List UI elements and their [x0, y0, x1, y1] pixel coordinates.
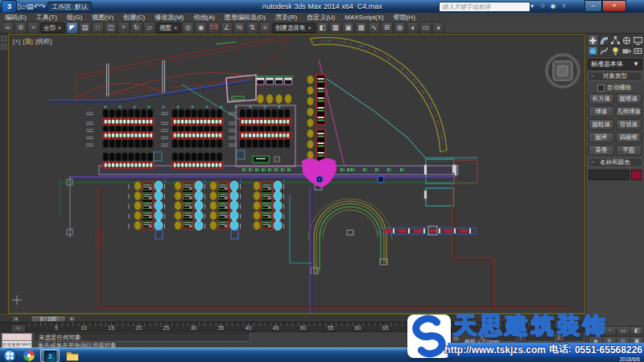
application-menu-button[interactable]: 3: [2, 0, 17, 13]
zoom-icon[interactable]: ⊕: [588, 326, 603, 335]
coord-z-field[interactable]: [565, 333, 584, 342]
isolate-selection-icon[interactable]: ◎: [451, 333, 461, 343]
viewport-shading-label[interactable]: [线框]: [35, 38, 52, 45]
window-crossing-toggle-icon[interactable]: ◫: [105, 22, 117, 34]
button-cone[interactable]: 圆锥体: [616, 93, 642, 105]
field-of-view-icon[interactable]: ◈: [588, 336, 603, 346]
button-teapot[interactable]: 茶壶: [588, 145, 614, 156]
render-setup-icon[interactable]: ◕: [407, 22, 419, 34]
tab-modify[interactable]: [599, 35, 609, 46]
menu-graph-editors[interactable]: 图形编辑器(D): [220, 13, 270, 22]
undo-icon[interactable]: ↶: [33, 2, 39, 10]
select-object-icon[interactable]: ◤: [66, 22, 78, 34]
menu-help[interactable]: 帮助(H): [389, 13, 420, 22]
menu-rendering[interactable]: 渲染(R): [270, 13, 302, 22]
viewport-layout-tab[interactable]: [1, 35, 7, 42]
use-pivot-center-icon[interactable]: ◎: [182, 22, 194, 34]
primitive-type-dropdown[interactable]: 标准基本体▼: [588, 59, 642, 70]
menu-edit[interactable]: 编辑(E): [0, 13, 31, 22]
cat-cameras[interactable]: [621, 46, 632, 56]
select-and-manipulate-icon[interactable]: ◉: [195, 22, 207, 34]
open-file-icon[interactable]: ▱: [21, 2, 27, 10]
bind-to-space-warp-icon[interactable]: ≈: [27, 22, 39, 34]
favorites-icon[interactable]: ☆: [538, 2, 547, 11]
folder-icon[interactable]: [63, 349, 82, 362]
reference-coordinate-dropdown[interactable]: 视图 ▼: [156, 23, 181, 33]
menu-customize[interactable]: 自定义(U): [302, 13, 340, 22]
tab-create[interactable]: [588, 35, 598, 46]
curve-editor-icon[interactable]: ∿: [368, 22, 380, 34]
render-production-icon[interactable]: ◕: [432, 22, 444, 34]
button-plane[interactable]: 平面: [616, 145, 642, 156]
workspace-dropdown[interactable]: 工作区: 默认: [47, 2, 91, 12]
start-button[interactable]: [3, 349, 17, 362]
cat-shapes[interactable]: [599, 46, 609, 56]
zoom-extents-icon[interactable]: ▭: [616, 326, 630, 335]
named-selection-sets-icon[interactable]: ≡: [259, 22, 271, 34]
selection-filter-dropdown[interactable]: 全部 ▼: [40, 23, 65, 33]
minimize-button[interactable]: –: [584, 0, 602, 12]
viewport-label[interactable]: [+] [顶] [线框]: [13, 37, 53, 46]
button-geosphere[interactable]: 几何球体: [616, 106, 642, 117]
zoom-all-icon[interactable]: ◔: [602, 326, 617, 335]
viewport-menu-plus[interactable]: [+]: [13, 38, 20, 45]
button-sphere[interactable]: 球体: [588, 106, 614, 117]
tab-motion[interactable]: [621, 35, 632, 46]
button-pyramid[interactable]: 四棱锥: [616, 132, 642, 143]
menu-views[interactable]: 视图(V): [87, 13, 118, 22]
menu-group[interactable]: 组(G): [62, 13, 88, 22]
help-icon[interactable]: ?: [559, 2, 568, 11]
tab-hierarchy[interactable]: [610, 35, 621, 46]
search-dropdown-icon[interactable]: ▾: [527, 2, 537, 11]
sign-in-icon[interactable]: ◉: [548, 2, 558, 11]
zoom-region-icon[interactable]: ◧: [630, 326, 644, 335]
close-button[interactable]: ×: [602, 0, 626, 12]
cat-helpers[interactable]: [633, 46, 643, 56]
menu-modifiers[interactable]: 修改器(M): [150, 13, 188, 22]
schematic-view-icon[interactable]: ⊞: [381, 22, 393, 34]
redo-icon[interactable]: ↷: [39, 2, 46, 10]
pan-icon[interactable]: ✛: [602, 336, 617, 346]
select-and-rotate-icon[interactable]: ↻: [130, 22, 142, 34]
button-tube[interactable]: 管状体: [616, 119, 642, 130]
material-editor-icon[interactable]: ◍: [394, 22, 406, 34]
object-type-rollout[interactable]: −对象类型: [588, 72, 642, 81]
menu-create[interactable]: 创建(C): [118, 13, 150, 22]
3dsmax-taskbar-icon[interactable]: 3: [40, 349, 60, 362]
percent-snap-icon[interactable]: %: [233, 22, 246, 34]
select-and-scale-icon[interactable]: ▱: [143, 22, 155, 34]
layer-manager-icon[interactable]: ▣: [342, 22, 354, 34]
cat-geometry[interactable]: [588, 46, 598, 56]
button-box[interactable]: 长方体: [588, 93, 614, 105]
unlink-selection-icon[interactable]: ⊘: [14, 22, 27, 34]
menu-maxscript[interactable]: MAXScript(X): [340, 13, 388, 22]
autogrid-checkbox[interactable]: [597, 84, 605, 92]
rectangular-selection-region-icon[interactable]: □: [92, 22, 104, 34]
viewport-layout-tab[interactable]: [1, 43, 7, 50]
maximize-viewport-icon[interactable]: ▣: [630, 336, 644, 346]
orbit-icon[interactable]: ◎: [616, 336, 630, 346]
align-icon[interactable]: ▦: [329, 22, 341, 34]
ribbon-toggle-icon[interactable]: ▩: [355, 22, 367, 34]
viewport-view-label[interactable]: [顶]: [23, 38, 32, 45]
cat-lights[interactable]: [610, 46, 621, 56]
menu-tools[interactable]: 工具(T): [31, 13, 62, 22]
snaps-toggle-icon[interactable]: 2.5: [208, 22, 220, 34]
tab-display[interactable]: [633, 35, 643, 46]
top-viewport[interactable]: [+] [顶] [线框]: [8, 34, 585, 314]
select-and-link-icon[interactable]: ∞: [2, 22, 14, 34]
object-color-swatch[interactable]: [631, 170, 642, 180]
name-color-rollout[interactable]: −名称和颜色: [588, 158, 642, 167]
button-cylinder[interactable]: 圆柱体: [588, 119, 614, 130]
select-and-move-icon[interactable]: +: [118, 22, 130, 34]
spinner-snap-icon[interactable]: ⇅: [246, 22, 258, 34]
search-input[interactable]: 键入关键字或短语: [439, 2, 530, 12]
mirror-icon[interactable]: ◧: [316, 22, 328, 34]
button-torus[interactable]: 圆环: [588, 132, 614, 143]
named-selection-dropdown[interactable]: 创建选择集 ▼: [272, 23, 316, 33]
menu-animation[interactable]: 动画(A): [188, 13, 220, 22]
coord-y-field[interactable]: [526, 333, 555, 342]
select-by-name-icon[interactable]: ▤: [79, 22, 91, 34]
browser-icon[interactable]: [19, 349, 39, 362]
object-name-field[interactable]: [588, 170, 630, 180]
